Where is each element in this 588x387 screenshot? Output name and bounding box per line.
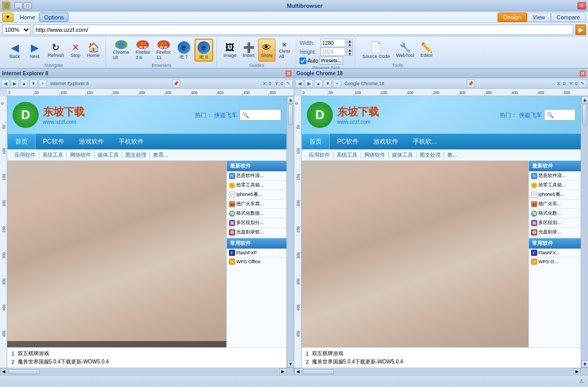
tab-compare[interactable]: Compare bbox=[551, 13, 586, 22]
width-input[interactable] bbox=[320, 39, 345, 47]
chrome18-subnav-4[interactable]: 媒体工具 bbox=[389, 151, 417, 159]
ie8-subnav-1[interactable]: 应用软件 bbox=[11, 151, 39, 159]
title-bar: 🌐 _ □ Multibrowser ✕ bbox=[0, 0, 588, 11]
height-input[interactable] bbox=[320, 48, 345, 56]
chrome18-nav-prev[interactable]: ◀ bbox=[295, 79, 304, 88]
ie8-subnav-5[interactable]: 图文处理 bbox=[122, 151, 150, 159]
home-button[interactable]: 🏠 Home bbox=[85, 39, 102, 62]
ie8-scroll-up[interactable]: ▲ bbox=[287, 96, 294, 103]
chrome18-scroll-thumb[interactable] bbox=[582, 104, 587, 125]
chrome18-nav-game[interactable]: 游戏软件 bbox=[366, 134, 406, 149]
source-code-button[interactable]: 📄 Source Code bbox=[360, 39, 393, 62]
url-input[interactable] bbox=[33, 25, 573, 35]
chrome18-scroll-down[interactable]: ▼ bbox=[581, 360, 588, 368]
ie8-subnav-6[interactable]: 教育... bbox=[150, 151, 171, 159]
ie8-nav-next[interactable]: ▶ bbox=[10, 79, 19, 88]
chrome18-nav-next[interactable]: ▶ bbox=[305, 79, 313, 88]
height-up-button[interactable]: ▲ bbox=[347, 48, 353, 52]
insert-label: Insert bbox=[243, 53, 255, 58]
show-button[interactable]: 👁 Show bbox=[258, 39, 275, 62]
go-button[interactable]: ▶ bbox=[575, 25, 586, 35]
svg-text:50: 50 bbox=[2, 125, 6, 129]
ie8-pin[interactable]: 📌 bbox=[172, 79, 180, 88]
auto-row: Auto Presets... bbox=[299, 56, 353, 65]
maximize-button[interactable]: □ bbox=[24, 2, 32, 9]
webtool-button[interactable]: 🔧 WebTool bbox=[394, 39, 417, 62]
ie8-button[interactable]: e IE 8 bbox=[194, 39, 213, 62]
chrome18-scroll-up[interactable]: ▲ bbox=[581, 96, 588, 103]
clear-all-button[interactable]: ✕ ClearAll bbox=[276, 39, 293, 62]
tab-view[interactable]: View bbox=[527, 13, 551, 22]
menu-options[interactable]: Options bbox=[39, 13, 68, 22]
height-down-button[interactable]: ▼ bbox=[347, 52, 353, 56]
svg-text:400: 400 bbox=[512, 91, 518, 95]
tab-design[interactable]: Design bbox=[498, 13, 527, 22]
ie8-scroll-thumb[interactable] bbox=[288, 104, 293, 125]
minimize-button[interactable]: _ bbox=[14, 2, 22, 9]
ie8-content-area[interactable]: D 东坡下载 www.uzzf.com 热门： 侠盗飞车 🔍 bbox=[7, 96, 286, 368]
ie8-nav-prev[interactable]: ◀ bbox=[1, 79, 9, 88]
chrome18-panel-close[interactable]: ✕ bbox=[580, 71, 586, 77]
ie8-search-box[interactable]: 🔍 bbox=[239, 109, 281, 121]
chrome18-subnav-1[interactable]: 应用软件 bbox=[306, 151, 333, 159]
chrome18-nav-down[interactable]: ▼ bbox=[324, 79, 332, 88]
chrome18-nav-pc[interactable]: PC软件 bbox=[330, 134, 366, 149]
stop-button[interactable]: ✕ Stop bbox=[68, 39, 84, 62]
chrome18-marker[interactable]: ✎ bbox=[579, 79, 587, 88]
chrome18-scrollbar-v: ▲ ▼ bbox=[581, 96, 588, 368]
refresh-button[interactable]: ↻ Refresh bbox=[45, 39, 67, 62]
chrome18-pin[interactable]: 📌 bbox=[467, 79, 475, 88]
ie8-ruler-v: 0 50 100 150 200 250 300 350 400 450 bbox=[0, 96, 7, 368]
back-button[interactable]: ◀ Back bbox=[5, 39, 24, 62]
width-down-button[interactable]: ▼ bbox=[347, 43, 353, 47]
chrome18-common-label-1: FlashFX... bbox=[538, 250, 560, 255]
chrome18-scroll-right[interactable]: ▶ bbox=[573, 368, 581, 376]
ie8-nav-mobile[interactable]: 手机软件 bbox=[111, 134, 151, 149]
chrome18-subnav-3[interactable]: 网络软件 bbox=[361, 151, 389, 159]
ie8-nav-pc[interactable]: PC软件 bbox=[36, 134, 72, 149]
chrome18-subnav-2[interactable]: 系统工具 bbox=[333, 151, 361, 159]
firefox11-button[interactable]: 🦊 Firefox11 bbox=[154, 39, 174, 62]
chrome18-search-box[interactable]: 🔍 bbox=[544, 109, 575, 121]
ie8-subnav-3[interactable]: 网络软件 bbox=[67, 151, 95, 159]
ie7-button[interactable]: e IE 7 bbox=[175, 39, 193, 62]
browser-size-group: Width: ▲ ▼ Height: ▲ ▼ Auto Presets... B… bbox=[297, 38, 355, 67]
editor-button[interactable]: ✏️ Editor bbox=[418, 39, 436, 62]
auto-checkbox[interactable] bbox=[299, 57, 306, 64]
ie8-nav-down[interactable]: ▼ bbox=[29, 79, 38, 88]
ie8-subnav-2[interactable]: 系统工具 bbox=[39, 151, 67, 159]
next-button[interactable]: ▶ Next bbox=[25, 39, 44, 62]
width-up-button[interactable]: ▲ bbox=[347, 39, 353, 43]
chrome18-nav-mobile[interactable]: 手机软... bbox=[406, 134, 444, 149]
chrome18-content-area[interactable]: D 东坡下载 www.uzzf.com 热门： 侠盗飞车 🔍 bbox=[302, 96, 581, 368]
ie8-panel-close[interactable]: ✕ bbox=[285, 71, 292, 77]
chrome18-nav-home[interactable]: 首页 bbox=[302, 134, 330, 149]
ie8-nav-up[interactable]: ▲ bbox=[20, 79, 28, 88]
ie8-panel-toolbar: ◀ ▶ ▲ ▼ + Internet Explorer 8 📌 X: 0 Y: … bbox=[0, 78, 294, 89]
zoom-select[interactable]: 100% 75% 150% bbox=[2, 25, 31, 35]
firefox36-button[interactable]: 🦊 Firefox3.6 bbox=[133, 39, 153, 62]
ie8-scroll-h-thumb[interactable] bbox=[8, 369, 40, 374]
chrome18-button[interactable]: 🌐 Chrome18 bbox=[110, 39, 132, 62]
ie8-scroll-left[interactable]: ◀ bbox=[0, 368, 7, 376]
chrome18-nav-up[interactable]: ▲ bbox=[314, 79, 322, 88]
menu-home[interactable]: Home bbox=[16, 13, 39, 21]
chrome18-subnav-5[interactable]: 图文处理 bbox=[417, 151, 444, 159]
chrome18-scroll-left[interactable]: ◀ bbox=[294, 368, 302, 376]
chrome18-subnav-6[interactable]: 教... bbox=[444, 151, 460, 159]
ie8-zoom-in[interactable]: + bbox=[39, 79, 47, 88]
ie8-side-label-3: Iphone5番... bbox=[236, 191, 262, 198]
ie8-marker[interactable]: ✎ bbox=[284, 79, 293, 88]
chrome18-ruler-h: 0 50 100 150 200 250 300 350 400 450 500 bbox=[302, 89, 588, 96]
close-button[interactable]: ✕ bbox=[578, 2, 586, 9]
ie8-subnav-4[interactable]: 媒体工具 bbox=[95, 151, 122, 159]
insert-button[interactable]: ➕ Insert bbox=[240, 39, 258, 62]
presets-button[interactable]: Presets... bbox=[319, 56, 343, 65]
chrome18-zoom-in[interactable]: + bbox=[333, 79, 341, 88]
ie8-nav-home[interactable]: 首页 bbox=[7, 134, 36, 149]
ie8-scroll-down[interactable]: ▼ bbox=[287, 360, 294, 368]
image-button[interactable]: 🖼 Image bbox=[221, 39, 239, 62]
ie8-scroll-right[interactable]: ▶ bbox=[279, 368, 286, 376]
chrome18-scroll-h-thumb[interactable] bbox=[303, 369, 334, 374]
ie8-nav-game[interactable]: 游戏软件 bbox=[72, 134, 111, 149]
